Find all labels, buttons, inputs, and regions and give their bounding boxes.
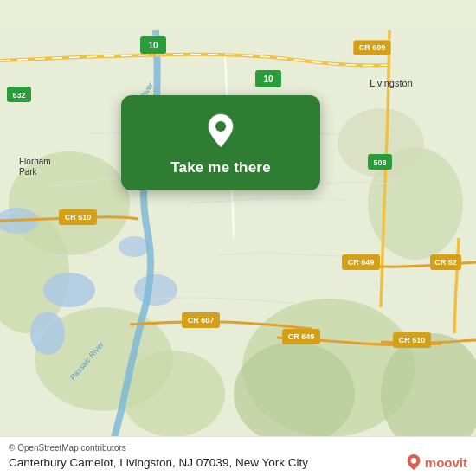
- location-label: Canterbury Camelot, Livingston, NJ 07039…: [9, 456, 308, 469]
- svg-text:508: 508: [373, 158, 386, 167]
- svg-text:CR 510: CR 510: [399, 336, 426, 344]
- svg-point-8: [234, 342, 355, 446]
- svg-point-47: [411, 458, 417, 464]
- svg-point-10: [43, 273, 95, 307]
- moovit-pin-icon: [406, 454, 421, 470]
- svg-text:CR 649: CR 649: [348, 258, 375, 267]
- moovit-logo: moovit: [406, 454, 467, 470]
- svg-point-12: [134, 274, 177, 306]
- svg-text:10: 10: [148, 41, 158, 50]
- svg-point-46: [215, 121, 226, 132]
- svg-text:Livingston: Livingston: [370, 78, 413, 88]
- svg-text:Florham: Florham: [19, 157, 51, 166]
- location-info-row: Canterbury Camelot, Livingston, NJ 07039…: [9, 454, 467, 470]
- svg-point-4: [121, 351, 225, 437]
- svg-text:Park: Park: [19, 167, 38, 177]
- take-me-there-button[interactable]: Take me there: [170, 159, 271, 177]
- map-attribution: © OpenStreetMap contributors: [9, 443, 467, 453]
- svg-text:CR 510: CR 510: [65, 213, 92, 222]
- svg-text:CR 609: CR 609: [359, 43, 386, 52]
- map-background: NJ 10 10 10 CR 609 632 508 Livingston Fl…: [0, 0, 476, 476]
- svg-point-13: [119, 236, 150, 257]
- svg-text:CR 52: CR 52: [434, 258, 457, 267]
- svg-text:10: 10: [263, 74, 273, 84]
- map-pin-icon: [202, 111, 240, 149]
- location-card: Take me there: [121, 95, 320, 190]
- attribution-text: © OpenStreetMap contributors: [9, 443, 126, 453]
- svg-text:632: 632: [12, 91, 25, 100]
- svg-text:CR 607: CR 607: [188, 316, 215, 325]
- svg-text:CR 649: CR 649: [288, 332, 315, 341]
- map-container: NJ 10 10 10 CR 609 632 508 Livingston Fl…: [0, 0, 476, 476]
- bottom-bar: © OpenStreetMap contributors Canterbury …: [0, 436, 476, 476]
- moovit-text: moovit: [425, 455, 467, 470]
- svg-point-11: [30, 312, 65, 355]
